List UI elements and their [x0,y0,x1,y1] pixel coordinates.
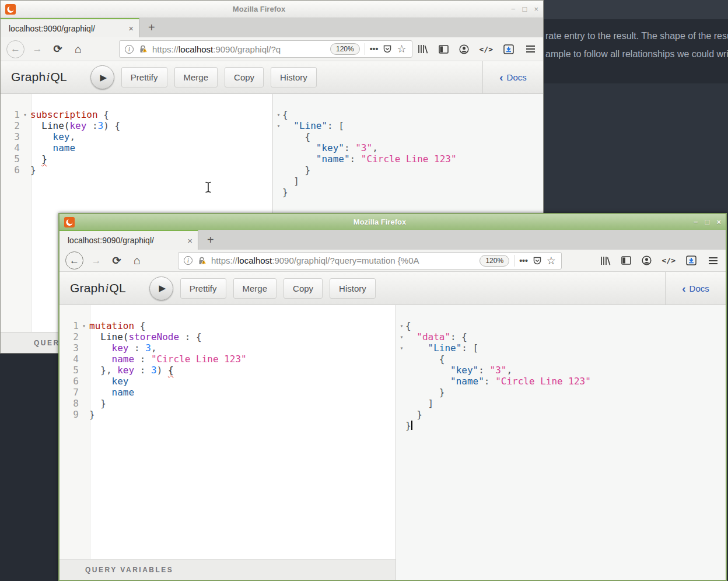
merge-button[interactable]: Merge [233,278,277,299]
code-token: "data" [416,331,450,342]
browser-tab[interactable]: localhost:9090/graphiql/ × [60,230,198,250]
bookmark-star-icon[interactable]: ☆ [547,256,556,266]
query-variables-toggle[interactable]: QUERY VARIABLES [60,559,396,580]
code-token: "key" [450,365,478,376]
history-button[interactable]: History [330,278,376,299]
insecure-lock-icon[interactable] [197,256,206,265]
fold-arrow-icon[interactable]: ▾ [396,342,405,354]
code-token: , [506,365,512,376]
pocket-shield-icon[interactable] [533,256,542,265]
back-button[interactable]: ← [6,40,24,58]
fold-arrow-icon[interactable]: ▾ [396,320,405,331]
code-line: 9} [60,409,396,420]
code-line: ▾{ [273,109,543,120]
graphiql-toolbar: GraphiQL ▶ Prettify Merge Copy History ‹… [1,61,543,94]
window-titlebar: Mozilla Firefox − □ × [60,214,726,230]
fold-gutter [79,365,89,376]
code-token: subscription [30,109,98,120]
code-icon[interactable]: </> [662,256,676,265]
code-token: : [134,354,151,365]
fold-gutter [79,387,89,398]
browser-tab[interactable]: localhost:9090/graphiql/ × [1,18,139,37]
docs-link[interactable]: ‹Docs [499,72,527,83]
tab-close-icon[interactable]: × [183,236,192,246]
code-token: } [89,398,106,409]
graphiql-logo: GraphiQL [11,70,67,85]
docs-link[interactable]: ‹Docs [682,283,709,294]
page-actions-icon[interactable]: ••• [370,44,379,54]
background-text-line: rate entry to the result. The shape of t… [545,27,728,45]
line-number: 7 [60,387,79,398]
zoom-level-badge[interactable]: 120% [480,255,509,267]
tab-strip: localhost:9090/graphiql/ × + [1,18,543,37]
code-token: 3 [145,342,151,354]
maximize-button[interactable]: □ [705,218,710,226]
back-button[interactable]: ← [65,251,83,270]
fold-arrow-icon[interactable]: ▾ [273,120,282,131]
menu-icon[interactable] [519,46,537,52]
forward-button[interactable]: → [30,41,45,57]
minimize-button[interactable]: − [511,5,516,13]
close-button[interactable]: × [716,218,721,226]
code-token: : [128,342,145,354]
history-button[interactable]: History [271,67,317,88]
forward-button[interactable]: → [89,253,104,268]
reload-button[interactable]: ⟳ [109,253,124,268]
maximize-button[interactable]: □ [523,5,527,13]
sidebar-icon[interactable] [621,256,631,265]
library-icon[interactable] [600,256,611,265]
execute-query-button[interactable]: ▶ [149,276,173,300]
page-info-icon[interactable]: i [184,256,192,265]
fold-arrow-icon[interactable]: ▾ [396,331,405,342]
fold-arrow-icon[interactable]: ▾ [79,320,89,331]
fold-arrow-icon[interactable]: ▾ [20,109,30,120]
execute-query-button[interactable]: ▶ [90,65,114,89]
copy-button[interactable]: Copy [225,67,264,88]
divider [514,255,514,267]
pocket-shield-icon[interactable] [383,44,392,54]
query-editor[interactable]: 1▾mutation {2 Line(storeNode : {3 key : … [60,305,396,559]
toolbar-icon-group: </> [600,256,696,265]
code-token: , [151,342,157,354]
code-token: storeNode [128,331,179,342]
bookmark-star-icon[interactable]: ☆ [397,44,406,54]
fold-arrow-icon[interactable]: ▾ [273,109,282,120]
new-tab-button[interactable]: + [139,18,164,37]
url-bar[interactable]: i https://localhost:9090/graphiql/?q 120… [119,40,412,58]
menu-icon[interactable] [702,257,720,264]
page-actions-icon[interactable]: ••• [519,256,528,265]
code-token: { [282,109,288,120]
code-token: { [282,131,310,142]
account-icon[interactable] [459,44,469,54]
new-tab-button[interactable]: + [198,230,223,250]
reload-button[interactable]: ⟳ [50,41,65,57]
fold-gutter [79,342,89,354]
fold-gutter [20,131,30,142]
url-bar[interactable]: i https://localhost:9090/graphiql/?query… [178,252,562,270]
code-token: : [484,376,495,387]
fold-gutter [79,398,89,409]
url-text: https://localhost:9090/graphiql/?query=m… [211,256,475,265]
download-icon[interactable] [686,256,696,265]
code-icon[interactable]: </> [480,45,493,54]
code-line: ] [396,398,726,409]
library-icon[interactable] [418,44,428,54]
home-button[interactable]: ⌂ [71,41,86,57]
tab-close-icon[interactable]: × [124,23,134,33]
account-icon[interactable] [642,256,652,265]
insecure-lock-icon[interactable] [138,44,148,54]
download-icon[interactable] [503,44,514,54]
code-token: ) [157,365,168,376]
close-button[interactable]: × [534,5,538,13]
page-info-icon[interactable]: i [125,45,134,54]
code-token: "Line" [293,120,327,131]
home-button[interactable]: ⌂ [130,253,145,268]
minimize-button[interactable]: − [694,218,698,226]
zoom-level-badge[interactable]: 120% [330,43,360,55]
code-token: : [ [327,120,344,131]
prettify-button[interactable]: Prettify [180,278,226,299]
prettify-button[interactable]: Prettify [121,67,167,88]
copy-button[interactable]: Copy [284,278,323,299]
merge-button[interactable]: Merge [174,67,218,88]
sidebar-icon[interactable] [439,45,449,54]
